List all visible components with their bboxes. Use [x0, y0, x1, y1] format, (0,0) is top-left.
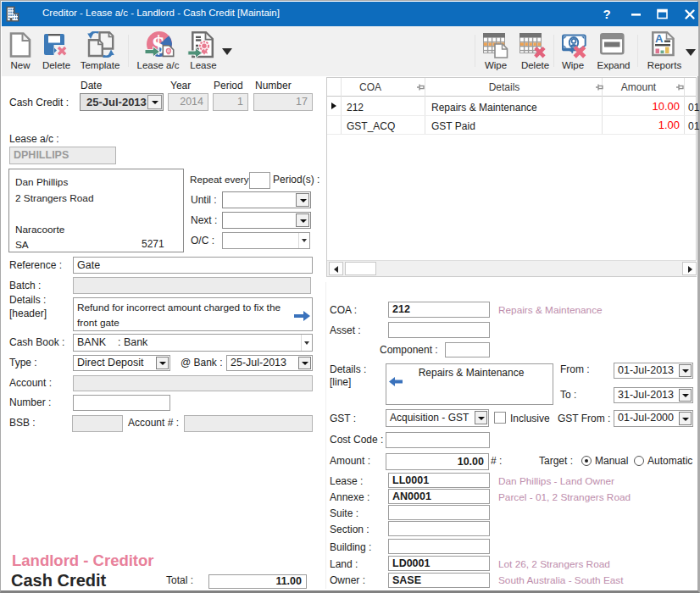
svg-text:A: A: [655, 32, 664, 45]
